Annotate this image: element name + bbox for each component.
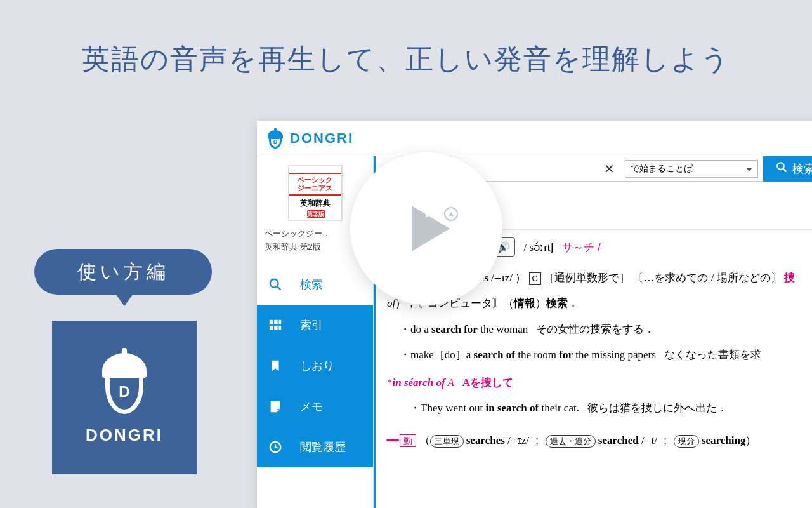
example-3: ・They went out in search of their cat. 彼… bbox=[410, 398, 812, 418]
sidebar-item-label: 閲覧履歴 bbox=[300, 439, 346, 455]
svg-line-1 bbox=[277, 286, 280, 290]
note-icon bbox=[268, 399, 282, 413]
svg-line-10 bbox=[783, 169, 787, 172]
svg-rect-3 bbox=[274, 319, 278, 323]
pos-verb-icon: 動 bbox=[400, 434, 416, 447]
grid-icon bbox=[268, 318, 282, 332]
phonetic-text: / sə́ːrtʃ サ～チ / bbox=[524, 240, 601, 255]
sense-verb: ━━ 動 （三単現 searches /‒ɪz/ ； 過去・過分 searche… bbox=[387, 431, 812, 451]
bookmark-icon bbox=[268, 359, 282, 373]
svg-point-9 bbox=[777, 163, 784, 170]
clear-icon[interactable]: ✕ bbox=[598, 161, 620, 177]
match-mode-select[interactable]: で始まることば bbox=[625, 160, 758, 178]
svg-point-0 bbox=[270, 279, 278, 287]
sidebar-item-search[interactable]: 検索 bbox=[257, 264, 373, 305]
brand-logo-card: D DONGRI bbox=[52, 321, 197, 474]
brand-logo-text: DONGRI bbox=[86, 425, 163, 445]
match-mode-label: で始まることば bbox=[631, 163, 693, 175]
svg-rect-6 bbox=[274, 326, 278, 330]
svg-rect-4 bbox=[279, 319, 282, 323]
search-button-label: 検索 bbox=[792, 161, 812, 177]
idiom-heading: *in séarch of A Aを捜して bbox=[387, 373, 812, 393]
search-button[interactable]: 検索 bbox=[763, 156, 812, 182]
hero-title: 英語の音声を再生して、正しい発音を理解しよう bbox=[51, 38, 761, 80]
brand-acorn-icon: D bbox=[267, 129, 284, 148]
history-icon bbox=[268, 440, 282, 454]
video-play-button[interactable] bbox=[350, 152, 502, 305]
dictionary-thumbnail[interactable]: ベーシック ジーニアス 英和辞典 第②版 bbox=[288, 165, 343, 221]
search-icon bbox=[776, 161, 787, 176]
example-2: ・make［do］a search of the room for the mi… bbox=[400, 345, 812, 365]
sidebar-item-memo[interactable]: メモ bbox=[257, 386, 373, 427]
search-icon bbox=[268, 277, 282, 291]
sidebar-item-label: しおり bbox=[300, 358, 334, 373]
category-pill: 使い方編 bbox=[34, 249, 212, 295]
svg-rect-7 bbox=[279, 326, 282, 330]
play-icon-badge bbox=[444, 207, 458, 221]
svg-rect-2 bbox=[270, 319, 273, 323]
sidebar-item-history[interactable]: 閲覧履歴 bbox=[257, 427, 373, 467]
brand-text: DONGRI bbox=[290, 130, 353, 147]
category-pill-label: 使い方編 bbox=[77, 259, 169, 285]
app-header: D DONGRI bbox=[257, 121, 812, 156]
sidebar-item-label: 検索 bbox=[300, 277, 323, 292]
app-window: D DONGRI ベーシック ジーニアス 英和辞典 第②版 ベーシックジー… 英… bbox=[257, 121, 812, 508]
pill-pointer-icon bbox=[114, 292, 134, 306]
sidebar-item-index[interactable]: 索引 bbox=[257, 305, 373, 345]
acorn-icon: D bbox=[97, 351, 152, 417]
sidebar-nav: 検索 索引 しおり メ bbox=[257, 264, 373, 467]
example-1: ・do a search for the woman その女性の捜索をする． bbox=[400, 319, 812, 340]
sidebar-item-label: メモ bbox=[300, 399, 323, 414]
svg-rect-5 bbox=[270, 326, 273, 330]
sidebar-item-bookmark[interactable]: しおり bbox=[257, 345, 373, 386]
sidebar-item-label: 索引 bbox=[300, 318, 323, 333]
